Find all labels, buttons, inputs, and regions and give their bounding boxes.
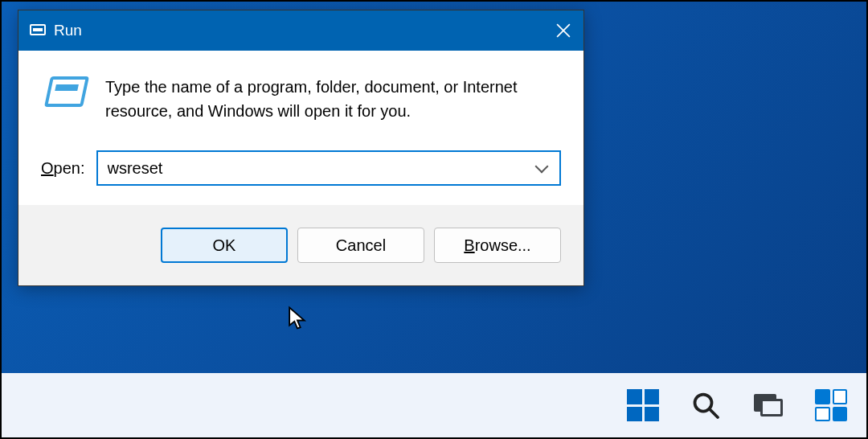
open-input[interactable] — [108, 159, 533, 178]
close-button[interactable] — [543, 10, 583, 51]
svg-line-3 — [710, 409, 718, 417]
dialog-body: Type the name of a program, folder, docu… — [18, 51, 583, 205]
task-view-button[interactable] — [751, 388, 786, 423]
start-button[interactable] — [625, 388, 661, 423]
chevron-down-icon — [535, 160, 549, 174]
window-title: Run — [54, 22, 543, 39]
cancel-button[interactable]: Cancel — [297, 228, 424, 263]
dialog-description: Type the name of a program, folder, docu… — [105, 75, 561, 123]
widgets-button[interactable] — [813, 388, 849, 423]
widgets-icon — [815, 389, 847, 421]
dropdown-button[interactable] — [532, 162, 551, 174]
run-dialog: Run Type the name of a program, folder, … — [18, 10, 584, 286]
open-combobox[interactable] — [96, 150, 562, 186]
taskbar — [2, 373, 866, 437]
open-label: Open: — [41, 159, 85, 178]
task-view-icon — [754, 394, 783, 416]
mouse-cursor-icon — [287, 306, 308, 334]
windows-logo-icon — [627, 389, 659, 421]
ok-button[interactable]: OK — [161, 228, 288, 263]
run-titlebar-icon — [30, 24, 46, 37]
dialog-footer: OK Cancel Browse... — [18, 205, 583, 285]
run-icon — [47, 76, 86, 110]
titlebar[interactable]: Run — [18, 10, 583, 51]
close-icon — [556, 23, 571, 38]
search-icon — [691, 391, 720, 420]
search-button[interactable] — [688, 388, 723, 423]
browse-button[interactable]: Browse... — [434, 228, 561, 263]
